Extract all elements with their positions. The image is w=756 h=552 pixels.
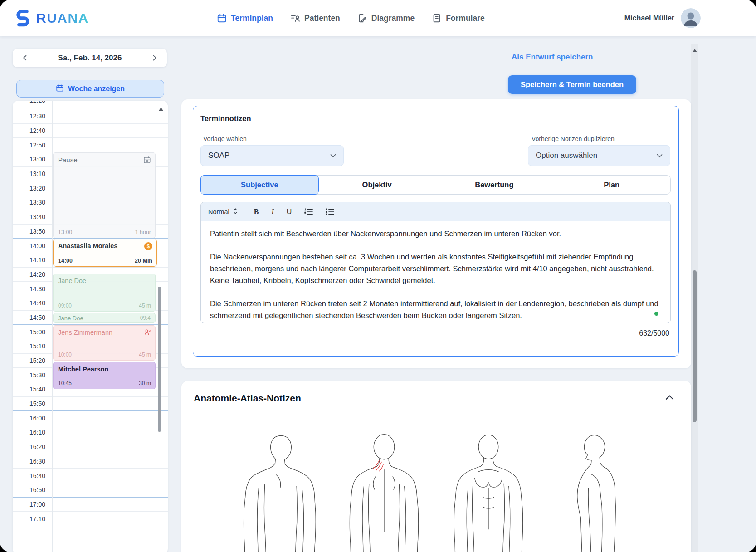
nav-label: Diagramme [371,14,415,23]
chevron-down-icon [330,154,336,158]
main-scrollbar-thumb[interactable] [693,270,697,422]
calendar-icon [56,84,64,94]
format-select[interactable]: Normal [208,208,238,216]
top-navbar: RUANA TerminplanPatientenDiagrammeFormul… [0,0,756,36]
duplicate-notes-select[interactable]: Option auswählen [528,145,670,166]
nav-diagramme[interactable]: Diagramme [357,13,415,23]
current-date-label: Sa., Feb. 14, 2026 [58,54,122,63]
note-paragraph: Patientin stellt sich mit Beschwerden üb… [210,228,661,239]
nav-formulare[interactable]: Formulare [432,13,485,23]
event-time: 09:4 [140,315,151,321]
user-avatar[interactable] [681,8,701,28]
anatomy-figure-lateral[interactable] [550,432,636,552]
nav-terminplan[interactable]: Terminplan [217,13,273,23]
calendar-scroll-up-icon[interactable] [159,104,163,112]
finish-appointment-button[interactable]: Speichern & Termin beenden [508,75,636,94]
event-start: 10:00 [58,352,72,358]
patient-cancel-icon [144,329,151,337]
event-duration: 45 m [139,352,151,358]
app-window: RUANA TerminplanPatientenDiagrammeFormul… [0,0,756,552]
event-start: 09:00 [58,303,72,309]
note-paragraph: Die Nackenverspannungen bestehen seit ca… [210,251,661,286]
autosave-indicator [654,312,658,316]
main-nav: TerminplanPatientenDiagrammeFormulare [217,0,485,36]
italic-button[interactable]: I [269,207,275,217]
anatomy-figure-posterior-oblique[interactable] [237,432,323,552]
tab-plan[interactable]: Plan [553,176,670,194]
tab-bewertung[interactable]: Bewertung [436,176,553,194]
brand: RUANA [14,0,89,36]
anatomy-figure-anterior[interactable] [445,432,532,552]
calendar-panel: 12:2012:3012:4012:5013:0013:1013:2013:30… [13,101,168,552]
save-draft-link[interactable]: Als Entwurf speichern [512,53,593,62]
event-title: Pause [58,156,78,164]
ordered-list-button[interactable] [302,207,315,216]
chevron-down-icon [657,154,663,158]
calendar-event[interactable]: Pause13:001 hour [53,152,156,238]
forms-icon [432,13,442,23]
event-start: 10:45 [58,380,72,386]
nav-label: Formulare [446,14,485,23]
soap-tabs: SubjectiveObjektivBewertungPlan [200,175,671,195]
prev-day-button[interactable] [21,53,29,63]
calendar-icon [217,13,227,23]
calendar-scrollbar-thumb[interactable] [158,287,161,432]
notes-editor: Normal B I U Patientin stellt s [200,202,671,323]
anatomy-red-marks [373,460,383,471]
patients-icon [290,13,300,23]
user-menu[interactable]: Michael Müller [624,0,701,36]
template-label: Vorlage wählen [203,135,247,142]
note-paragraph: Die Schmerzen im unteren Rücken treten s… [210,298,661,321]
event-title: Jane Doe [58,315,83,322]
calendar-event[interactable]: Mitchel Pearson10:4530 m [53,362,156,389]
editor-content[interactable]: Patientin stellt sich mit Beschwerden üb… [201,221,670,323]
template-select[interactable]: SOAP [200,145,344,166]
underline-button[interactable]: U [285,207,294,217]
bullet-list-button[interactable] [324,207,336,216]
anatomy-title: Anatomie-Atlas-Notizen [194,393,301,404]
nav-patienten[interactable]: Patienten [290,13,340,23]
event-duration: 20 Min [135,258,152,264]
updown-icon [233,208,238,216]
notes-section: Terminnotizen Vorlage wählen SOAP Vorher… [181,99,691,368]
event-start: 14:00 [58,258,73,264]
appointment-notes-card: Terminnotizen Vorlage wählen SOAP Vorher… [193,106,679,357]
main-scrollbar[interactable] [691,44,698,552]
duplicate-notes-label: Vorherige Notizen duplizieren [532,135,615,142]
week-view-button[interactable]: Woche anzeigen [16,80,164,98]
calendar-x-icon [143,156,151,166]
bold-button[interactable]: B [252,207,261,217]
event-duration: 30 m [139,380,151,386]
format-value: Normal [208,208,229,215]
calendar-event[interactable]: Jens Zimmermann10:0045 m [53,325,156,361]
payment-icon: $ [144,242,152,250]
char-counter: 632/5000 [639,329,669,337]
event-title: Jens Zimmermann [58,329,112,336]
event-start: 13:00 [58,229,72,235]
tab-subjective[interactable]: Subjective [200,175,319,195]
calendar-event[interactable]: Anastasiia Morales$14:0020 Min [53,239,157,267]
calendar-event[interactable]: Jane Doe09:4 [53,313,156,323]
scroll-up-icon[interactable] [693,49,697,52]
brand-name: RUANA [36,10,89,26]
event-title: Mitchel Pearson [58,366,108,373]
nav-label: Patienten [304,14,340,23]
ruana-logo-icon [14,8,32,29]
collapse-anatomy-button[interactable] [663,395,677,401]
editor-toolbar: Normal B I U [201,202,670,221]
template-value: SOAP [208,151,229,160]
event-title: Jane Doe [58,277,86,284]
anatomy-figure-posterior[interactable] [341,432,427,552]
week-view-label: Woche anzeigen [68,85,125,93]
anatomy-figures [181,432,691,552]
tab-objektiv[interactable]: Objektiv [318,176,436,194]
user-name: Michael Müller [624,14,674,22]
date-navigator: Sa., Feb. 14, 2026 [13,49,167,67]
calendar-event[interactable]: Jane Doe09:0045 m [53,274,156,312]
notes-title: Terminnotizen [200,114,251,123]
duplicate-notes-value: Option auswählen [536,151,597,160]
next-day-button[interactable] [151,53,159,63]
event-title: Anastasiia Morales [58,242,117,249]
diagrams-icon [357,13,367,23]
anatomy-section: Anatomie-Atlas-Notizen [181,381,691,552]
